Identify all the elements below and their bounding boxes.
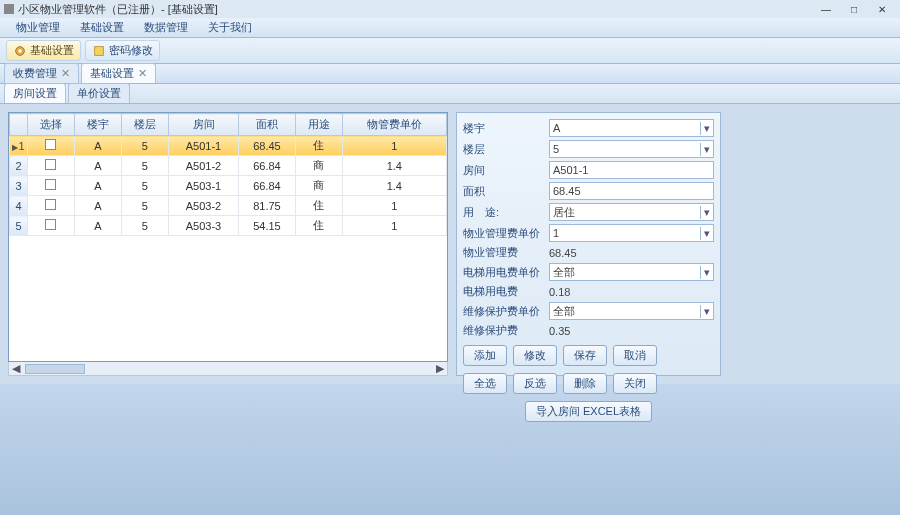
- checkbox[interactable]: [45, 179, 56, 190]
- maint-price-select[interactable]: 全部▾: [549, 302, 714, 320]
- cell-select[interactable]: [28, 216, 75, 236]
- sub-tabs: 房间设置 单价设置: [0, 84, 900, 104]
- mgmt-price-label: 物业管理费单价: [463, 226, 545, 241]
- grid-corner: [10, 114, 28, 136]
- tab-fee-mgmt[interactable]: 收费管理 ✕: [4, 63, 79, 83]
- minimize-button[interactable]: —: [812, 4, 840, 15]
- maint-fee-label: 维修保护费: [463, 323, 545, 338]
- cell-room: A501-1: [168, 136, 238, 156]
- cell-select[interactable]: [28, 196, 75, 216]
- select-all-button[interactable]: 全选: [463, 373, 507, 394]
- room-input[interactable]: A501-1: [549, 161, 714, 179]
- floor-select[interactable]: 5▾: [549, 140, 714, 158]
- tab-room-settings[interactable]: 房间设置: [4, 83, 66, 103]
- col-usage[interactable]: 用途: [295, 114, 342, 136]
- mgmt-fee-value: 68.45: [549, 247, 714, 259]
- checkbox[interactable]: [45, 199, 56, 210]
- save-button[interactable]: 保存: [563, 345, 607, 366]
- tab-close-icon[interactable]: ✕: [138, 67, 147, 80]
- cell-usage: 商: [295, 176, 342, 196]
- toolbar-basic-label: 基础设置: [30, 43, 74, 58]
- menu-property[interactable]: 物业管理: [6, 20, 70, 35]
- building-select[interactable]: A▾: [549, 119, 714, 137]
- dropdown-icon: ▾: [700, 122, 710, 135]
- cell-room: A501-2: [168, 156, 238, 176]
- row-header: 4: [10, 196, 28, 216]
- mgmt-price-select[interactable]: 1▾: [549, 224, 714, 242]
- cell-price: 1: [342, 196, 446, 216]
- cell-price: 1: [342, 136, 446, 156]
- elev-price-value: 全部: [553, 265, 575, 280]
- cell-area: 66.84: [239, 156, 296, 176]
- close-form-button[interactable]: 关闭: [613, 373, 657, 394]
- menu-about[interactable]: 关于我们: [198, 20, 262, 35]
- col-select[interactable]: 选择: [28, 114, 75, 136]
- menu-basic[interactable]: 基础设置: [70, 20, 134, 35]
- maint-price-value: 全部: [553, 304, 575, 319]
- toolbar-password[interactable]: 密码修改: [85, 40, 160, 61]
- table-row[interactable]: 1A5A501-168.45住1: [10, 136, 447, 156]
- checkbox[interactable]: [45, 219, 56, 230]
- elev-price-select[interactable]: 全部▾: [549, 263, 714, 281]
- cell-select[interactable]: [28, 176, 75, 196]
- col-area[interactable]: 面积: [239, 114, 296, 136]
- elev-fee-label: 电梯用电费: [463, 284, 545, 299]
- delete-button[interactable]: 删除: [563, 373, 607, 394]
- table-row[interactable]: 2A5A501-266.84商1.4: [10, 156, 447, 176]
- svg-point-1: [18, 49, 22, 53]
- col-price[interactable]: 物管费单价: [342, 114, 446, 136]
- tab-close-icon[interactable]: ✕: [61, 67, 70, 80]
- app-icon: [4, 4, 14, 14]
- cell-building: A: [74, 136, 121, 156]
- add-button[interactable]: 添加: [463, 345, 507, 366]
- cell-room: A503-2: [168, 196, 238, 216]
- table-row[interactable]: 4A5A503-281.75住1: [10, 196, 447, 216]
- dropdown-icon: ▾: [700, 266, 710, 279]
- scroll-right-icon[interactable]: ▶: [433, 362, 447, 375]
- col-room[interactable]: 房间: [168, 114, 238, 136]
- cancel-button[interactable]: 取消: [613, 345, 657, 366]
- checkbox[interactable]: [45, 159, 56, 170]
- cell-price: 1.4: [342, 176, 446, 196]
- maximize-button[interactable]: □: [840, 4, 868, 15]
- cell-room: A503-1: [168, 176, 238, 196]
- row-header: 3: [10, 176, 28, 196]
- tab-basic-settings[interactable]: 基础设置 ✕: [81, 63, 156, 83]
- cell-floor: 5: [121, 156, 168, 176]
- close-button[interactable]: ✕: [868, 4, 896, 15]
- row-header: 2: [10, 156, 28, 176]
- menubar: 物业管理 基础设置 数据管理 关于我们: [0, 18, 900, 38]
- floor-value: 5: [553, 143, 559, 155]
- room-label: 房间: [463, 163, 545, 178]
- usage-value: 居住: [553, 205, 575, 220]
- row-header: 1: [10, 136, 28, 156]
- area-input[interactable]: 68.45: [549, 182, 714, 200]
- window-title: 小区物业管理软件（已注册）- [基础设置]: [18, 2, 812, 17]
- table-row[interactable]: 5A5A503-354.15住1: [10, 216, 447, 236]
- toolbar-basic-settings[interactable]: 基础设置: [6, 40, 81, 61]
- cell-floor: 5: [121, 196, 168, 216]
- col-floor[interactable]: 楼层: [121, 114, 168, 136]
- table-row[interactable]: 3A5A503-166.84商1.4: [10, 176, 447, 196]
- grid-hscrollbar[interactable]: ◀ ▶: [8, 362, 448, 376]
- checkbox[interactable]: [45, 139, 56, 150]
- cell-select[interactable]: [28, 136, 75, 156]
- edit-button[interactable]: 修改: [513, 345, 557, 366]
- cell-usage: 住: [295, 136, 342, 156]
- usage-select[interactable]: 居住▾: [549, 203, 714, 221]
- tab-price-settings[interactable]: 单价设置: [68, 83, 130, 103]
- lower-panel: [0, 384, 900, 515]
- room-form: 楼宇A▾ 楼层5▾ 房间A501-1 面积68.45 用 途:居住▾ 物业管理费…: [456, 112, 721, 376]
- scroll-left-icon[interactable]: ◀: [9, 362, 23, 375]
- import-excel-button[interactable]: 导入房间 EXCEL表格: [525, 401, 652, 422]
- col-building[interactable]: 楼宇: [74, 114, 121, 136]
- cell-select[interactable]: [28, 156, 75, 176]
- invert-button[interactable]: 反选: [513, 373, 557, 394]
- menu-data[interactable]: 数据管理: [134, 20, 198, 35]
- dropdown-icon: ▾: [700, 305, 710, 318]
- tab-label: 房间设置: [13, 86, 57, 101]
- floor-label: 楼层: [463, 142, 545, 157]
- cell-building: A: [74, 216, 121, 236]
- cell-usage: 住: [295, 196, 342, 216]
- scroll-thumb[interactable]: [25, 364, 85, 374]
